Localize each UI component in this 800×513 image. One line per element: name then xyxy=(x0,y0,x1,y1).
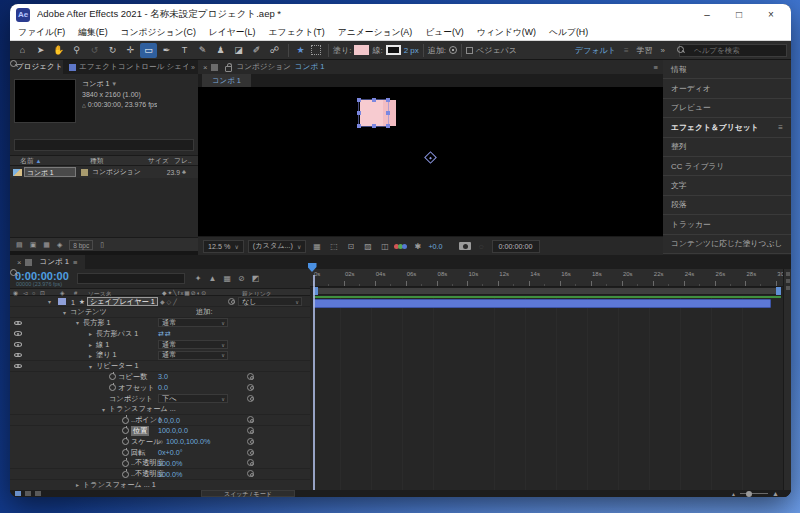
tool-button[interactable]: ✛ xyxy=(122,43,139,58)
dock-panel-header[interactable]: 情報 ≡ xyxy=(663,60,791,79)
dock-panel-header[interactable]: オーディオ ≡ xyxy=(663,79,791,98)
selection-handle[interactable] xyxy=(386,98,390,102)
interpret-footage-icon[interactable]: ▤ xyxy=(16,241,23,249)
stopwatch-icon[interactable] xyxy=(109,384,116,391)
help-search-input[interactable] xyxy=(679,44,787,57)
property-label[interactable]: 回転 xyxy=(131,448,145,458)
composite-dropdown[interactable]: 下へ xyxy=(158,394,228,403)
selection-handle[interactable] xyxy=(357,111,361,115)
panel-menu-icon[interactable]: ≡ xyxy=(654,63,658,72)
label-color-chip[interactable] xyxy=(58,298,66,305)
property-row[interactable]: ▸ 塗り 1 通常 ⇄⇄ ∞ xyxy=(10,350,310,361)
show-snapshot-icon[interactable]: ◌ xyxy=(475,240,488,252)
pickwhip-icon[interactable] xyxy=(247,470,254,477)
pickwhip-icon[interactable] xyxy=(247,438,254,445)
minimize-button[interactable]: – xyxy=(693,6,721,23)
maximize-button[interactable]: □ xyxy=(725,6,753,23)
constrain-link-icon[interactable]: ∞ xyxy=(158,438,163,445)
visibility-eye-icon[interactable] xyxy=(14,331,22,336)
expand-caret-icon[interactable]: ▾ xyxy=(61,309,68,316)
property-value[interactable]: 100.0% xyxy=(158,459,182,468)
graph-editor-icon[interactable]: ◩ xyxy=(252,274,260,283)
pickwhip-icon[interactable] xyxy=(247,416,254,423)
property-row[interactable]: ..ポイント ⇄⇄ ∞ 0.0,0.0 xyxy=(10,415,310,426)
expand-layer-switches-icon[interactable] xyxy=(15,491,21,496)
menu-item[interactable]: レイヤー(L) xyxy=(209,27,256,39)
expand-caret-icon[interactable]: ▸ xyxy=(87,330,94,337)
visibility-eye-icon[interactable] xyxy=(14,353,22,358)
tool-button[interactable]: ✋ xyxy=(50,43,67,58)
property-label[interactable]: トランスフォーム ... xyxy=(109,404,176,414)
expand-caret-icon[interactable]: ▸ xyxy=(74,481,81,488)
property-label[interactable]: リピーター 1 xyxy=(96,361,138,371)
property-label[interactable]: コピー数 xyxy=(118,372,147,382)
timeline-search-input[interactable] xyxy=(77,273,185,284)
parent-dropdown[interactable]: なし xyxy=(238,297,302,306)
stroke-color-swatch[interactable] xyxy=(386,45,401,55)
snapshot-camera-icon[interactable] xyxy=(459,242,471,250)
viewer-tab-comp1[interactable]: コンポ 1 xyxy=(202,74,251,87)
project-settings-icon[interactable]: ◈ xyxy=(57,241,62,249)
tool-button[interactable]: ✐ xyxy=(248,43,265,58)
layer-row[interactable]: ▾ 1 ★ シェイプレイヤー 1 ◆◇╱ なし xyxy=(10,296,310,307)
stroke-width-value[interactable]: 2 px xyxy=(404,46,419,55)
tool-button[interactable]: ⚲ xyxy=(68,43,85,58)
tool-button[interactable]: ◪ xyxy=(230,43,247,58)
blend-mode-dropdown[interactable]: 通常 xyxy=(158,340,228,349)
motion-blur-icon[interactable]: ⊘ xyxy=(238,274,245,283)
region-of-interest-icon[interactable]: ⊡ xyxy=(344,240,357,252)
tool-button[interactable]: ✎ xyxy=(194,43,211,58)
selection-handle[interactable] xyxy=(357,98,361,102)
selection-handle[interactable] xyxy=(357,124,361,128)
dock-panel-header[interactable]: エフェクト＆プリセット ≡ xyxy=(663,118,791,137)
menu-item[interactable]: ファイル(F) xyxy=(18,27,65,39)
property-value[interactable]: 100.0,0.0 xyxy=(158,426,188,435)
tab-project[interactable]: プロジェクト xyxy=(10,60,63,74)
property-row[interactable]: ▸ トランスフォーム ... 1 ⇄⇄ ∞ xyxy=(10,480,310,491)
stopwatch-icon[interactable] xyxy=(109,373,116,380)
zoom-in-mountain-icon[interactable]: ▲ xyxy=(772,490,779,497)
stopwatch-icon[interactable] xyxy=(122,417,129,424)
pickwhip-icon[interactable] xyxy=(247,427,254,434)
stopwatch-icon[interactable] xyxy=(122,427,129,434)
property-label[interactable]: オフセット xyxy=(118,383,155,393)
frame-blend-icon[interactable]: ▦ xyxy=(223,274,231,283)
selection-handle[interactable] xyxy=(386,111,390,115)
timeline-zoom-slider[interactable]: ▲ ▲ xyxy=(731,490,779,497)
tool-button[interactable]: ♟ xyxy=(212,43,229,58)
property-label[interactable]: コンポジット xyxy=(109,394,153,404)
tool-button[interactable]: ↺ xyxy=(86,43,103,58)
pickwhip-icon[interactable] xyxy=(247,373,254,380)
zoom-knob[interactable] xyxy=(746,491,752,497)
property-row[interactable]: コピー数 ⇄⇄ ∞ 3.0 xyxy=(10,372,310,383)
dock-panel-header[interactable]: 文字 ≡ xyxy=(663,176,791,195)
parent-pickwhip-icon[interactable] xyxy=(228,298,235,305)
project-item-row[interactable]: コンポ 1 コンポジション 23.9 ♣ xyxy=(10,166,198,178)
menu-item[interactable]: ビュー(V) xyxy=(425,27,464,39)
property-label[interactable]: 長方形パス 1 xyxy=(96,329,138,339)
property-row[interactable]: 回転 ⇄⇄ ∞ 0x+0.0° xyxy=(10,447,310,458)
tool-button[interactable]: ↻ xyxy=(104,43,121,58)
visibility-eye-icon[interactable] xyxy=(14,364,22,369)
exposure-gear-icon[interactable]: ✱ xyxy=(411,240,424,252)
camera-view-icon[interactable]: ◫ xyxy=(378,240,391,252)
dock-panel-header[interactable]: トラッカー ≡ xyxy=(663,215,791,234)
active-comp-name[interactable]: コンポ 1 xyxy=(295,62,325,72)
property-row[interactable]: ▸ 線 1 通常 ⇄⇄ ∞ xyxy=(10,339,310,350)
create-shape-toggle-icon[interactable]: ★ xyxy=(293,45,308,55)
selection-bounding-box[interactable] xyxy=(358,99,389,127)
blend-mode-dropdown[interactable]: 通常 xyxy=(158,351,228,360)
tab-effect-controls[interactable]: エフェクトコントロール シェイプ xyxy=(63,60,188,74)
property-row[interactable]: ▾ コンテンツ ⇄⇄ ∞ xyxy=(10,307,310,318)
property-row[interactable]: ..不透明度 ⇄⇄ ∞ 100.0% xyxy=(10,469,310,480)
property-row[interactable]: ▾ トランスフォーム ... ⇄⇄ ∞ xyxy=(10,404,310,415)
stopwatch-icon[interactable] xyxy=(122,449,129,456)
work-area-bar[interactable] xyxy=(313,287,781,295)
panel-menu-icon[interactable]: ≡ xyxy=(73,258,77,267)
property-label[interactable]: コンテンツ xyxy=(70,307,107,317)
dock-panel-header[interactable]: 段落 ≡ xyxy=(663,196,791,215)
workspace-tab-learn[interactable]: 学習 xyxy=(637,45,653,56)
expand-caret-icon[interactable]: ▾ xyxy=(87,363,94,370)
property-value[interactable]: 0.0,0.0 xyxy=(158,416,180,425)
composition-viewport[interactable] xyxy=(198,87,663,236)
